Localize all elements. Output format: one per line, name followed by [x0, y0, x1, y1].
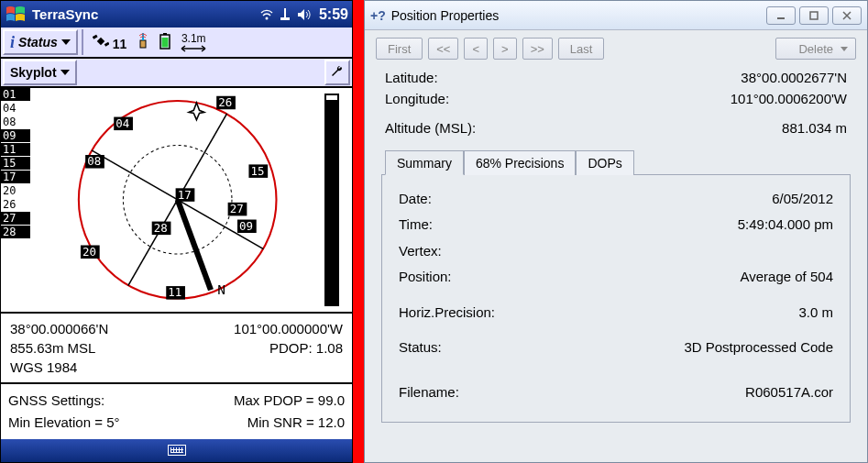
sat-chip-17: 17 [1, 171, 30, 183]
sat-chip-11: 11 [1, 143, 30, 156]
min-elevation: Min Elevation = 5° [8, 412, 247, 434]
clock: 5:59 [319, 6, 348, 23]
svg-point-0 [265, 17, 268, 19]
svg-text:11: 11 [168, 286, 181, 300]
skyplot: N26040815172709282011 [30, 88, 315, 312]
tab-strip: Summary 68% Precisions DOPs [365, 149, 867, 174]
svg-rect-1 [284, 8, 286, 17]
back-button[interactable]: < [464, 38, 488, 60]
svg-text:20: 20 [82, 245, 96, 259]
radio-icon [136, 33, 150, 52]
minimize-button[interactable] [766, 6, 796, 25]
status-label: Status: [399, 335, 684, 361]
status-label: Status [18, 35, 58, 50]
svg-rect-4 [93, 34, 98, 39]
svg-rect-38 [810, 12, 818, 19]
bottom-bar [1, 439, 352, 462]
sat-chip-20: 20 [1, 184, 30, 197]
toolbar-row1: i Status 11 3.1m [1, 28, 352, 59]
svg-text:09: 09 [239, 219, 253, 233]
spread-icon: 3.1m [180, 32, 207, 52]
separator [82, 29, 83, 55]
pdop: PDOP: 1.08 [269, 338, 343, 358]
settings-button[interactable] [324, 60, 350, 85]
keyboard-icon[interactable] [168, 445, 186, 456]
forward-fast-button[interactable]: >> [522, 38, 553, 60]
svg-rect-6 [140, 40, 146, 48]
first-button[interactable]: First [376, 38, 423, 60]
svg-text:08: 08 [87, 154, 101, 168]
skyplot-label: Skyplot [10, 65, 57, 80]
gnss-label: GNSS Settings: [8, 390, 234, 412]
latitude: 38°00.000066'N [10, 319, 234, 338]
chevron-down-icon [841, 47, 848, 51]
lat-value: 38°00.0002677'N [741, 67, 847, 88]
wrench-icon [330, 63, 345, 82]
nav-row: First << < > >> Last Delete [365, 30, 867, 65]
svg-text:26: 26 [218, 95, 232, 109]
signal-icon [260, 8, 273, 21]
status-value: 3D Postprocessed Code [684, 335, 833, 361]
date-value: 6/05/2012 [772, 186, 833, 213]
svg-text:04: 04 [115, 116, 129, 130]
tab-dops[interactable]: DOPs [576, 150, 633, 175]
maximize-button[interactable] [799, 6, 829, 25]
delete-dropdown[interactable]: Delete [775, 38, 856, 60]
alt-label: Altitude (MSL): [385, 117, 782, 138]
sat-chip-08: 08 [1, 116, 30, 128]
svg-text:28: 28 [154, 221, 168, 235]
file-label: Filename: [399, 380, 745, 406]
last-button[interactable]: Last [558, 38, 605, 60]
system-tray: 5:59 [260, 6, 348, 23]
distance-value: 3.1m [181, 32, 206, 45]
tab-summary[interactable]: Summary [385, 150, 464, 175]
min-snr: Min SNR = 12.0 [247, 412, 345, 434]
hprec-label: Horiz.Precision: [399, 300, 798, 326]
time-label: Time: [399, 212, 738, 238]
svg-text:N: N [217, 282, 225, 297]
snr-bar [321, 94, 343, 306]
longitude: 101°00.000000'W [234, 319, 343, 338]
file-value: R060517A.cor [745, 380, 833, 406]
status-dropdown[interactable]: i Status [3, 29, 78, 55]
speaker-icon [297, 8, 312, 21]
sat-chip-26: 26 [1, 198, 30, 211]
back-fast-button[interactable]: << [428, 38, 458, 60]
lon-label: Longitude: [385, 88, 731, 109]
status-icons: 11 3.1m [87, 32, 350, 52]
battery-icon [159, 33, 170, 52]
position-label: Position: [399, 264, 741, 291]
coordinates: Latitude:38°00.0002677'N Longitude:101°0… [365, 65, 867, 144]
info-icon: i [10, 33, 15, 52]
lon-value: 101°00.0006200'W [731, 88, 847, 109]
forward-button[interactable]: > [493, 38, 517, 60]
tab-precisions[interactable]: 68% Precisions [464, 150, 577, 175]
summary-panel: Date:6/05/2012 Time:5:49:04.000 pm Verte… [381, 174, 851, 424]
sat-chip-28: 28 [1, 226, 30, 238]
datum: WGS 1984 [10, 358, 343, 377]
svg-rect-5 [104, 41, 109, 46]
hprec-value: 3.0 m [798, 300, 833, 326]
delete-label: Delete [798, 42, 833, 56]
close-button[interactable] [832, 6, 862, 25]
svg-rect-3 [97, 37, 104, 44]
satellite-icon: 11 [93, 34, 126, 51]
geo-info: 38°00.000066'N101°00.000000'W 855.63m MS… [1, 312, 352, 382]
position-properties-window: +? Position Properties First << < > >> L… [364, 0, 868, 463]
toolbar-row2: Skyplot [1, 59, 352, 88]
skyplot-area: 0104080911151720262728 N2604081517270928… [1, 88, 352, 312]
gnss-settings: GNSS Settings:Max PDOP = 99.0 Min Elevat… [1, 382, 352, 439]
vertex-label: Vertex: [399, 238, 833, 265]
svg-rect-10 [162, 38, 169, 48]
sat-chip-27: 27 [1, 212, 30, 225]
sat-chip-04: 04 [1, 102, 30, 115]
network-icon [280, 8, 290, 21]
red-divider [353, 0, 364, 463]
skyplot-dropdown[interactable]: Skyplot [3, 60, 77, 85]
svg-text:15: 15 [251, 164, 265, 178]
terrasync-window: TerraSync 5:59 i Status 11 [0, 0, 353, 463]
satellite-list: 0104080911151720262728 [1, 88, 30, 312]
altitude: 855.63m MSL [10, 338, 269, 358]
alt-value: 881.034 m [782, 117, 847, 138]
app-title: TerraSync [32, 6, 260, 22]
